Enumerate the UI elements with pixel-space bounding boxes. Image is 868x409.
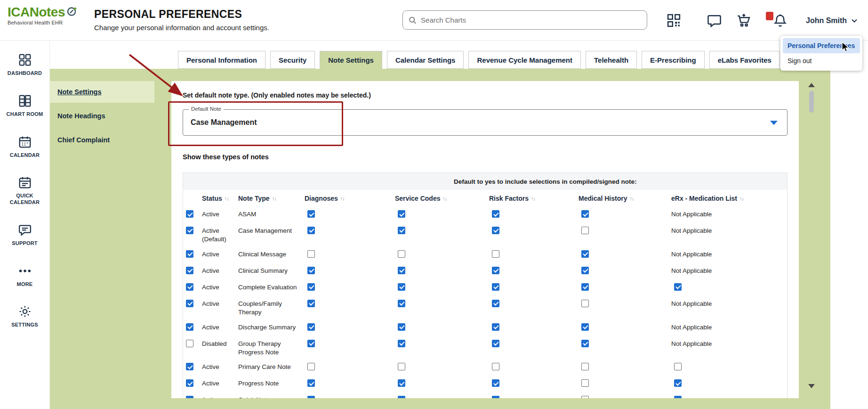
subnav-item-note-settings[interactable]: Note Settings xyxy=(50,81,154,103)
default-note-select[interactable]: Default Note Case Management xyxy=(183,109,788,136)
search-charts-box[interactable] xyxy=(402,10,647,30)
scroll-thumb[interactable] xyxy=(809,91,814,113)
column-header-diagnoses[interactable]: Diagnoses↑↓ xyxy=(305,195,395,202)
column-header-note-type[interactable]: Note Type↑↓ xyxy=(238,195,305,202)
column-header-risk-factors[interactable]: Risk Factors↑↓ xyxy=(489,195,579,202)
erx-checkbox[interactable] xyxy=(674,283,682,291)
status-checkbox[interactable] xyxy=(186,379,193,387)
medical-history-checkbox[interactable] xyxy=(581,363,589,370)
tab-calendar-settings[interactable]: Calendar Settings xyxy=(387,51,464,69)
risk-factors-checkbox[interactable] xyxy=(492,267,499,274)
risk-factors-checkbox[interactable] xyxy=(492,283,499,291)
diagnoses-checkbox[interactable] xyxy=(307,340,315,347)
service-codes-checkbox[interactable] xyxy=(398,396,405,398)
user-menu-button[interactable]: John Smith xyxy=(806,13,858,28)
sidebar-item-settings[interactable]: SETTINGS xyxy=(0,304,49,328)
diagnoses-checkbox[interactable] xyxy=(307,379,315,387)
subnav-item-chief-complaint[interactable]: Chief Complaint xyxy=(50,129,154,151)
risk-factors-checkbox[interactable] xyxy=(492,379,499,387)
risk-factors-checkbox[interactable] xyxy=(492,227,499,234)
diagnoses-checkbox[interactable] xyxy=(307,283,315,291)
status-checkbox[interactable] xyxy=(186,250,193,258)
sort-icon[interactable]: ↑↓ xyxy=(629,196,634,201)
service-codes-checkbox[interactable] xyxy=(398,267,405,274)
medical-history-checkbox[interactable] xyxy=(581,250,589,258)
status-checkbox[interactable] xyxy=(186,227,193,234)
column-header-erx-medication-list[interactable]: eRx - Medication List↑↓ xyxy=(671,195,787,202)
medical-history-checkbox[interactable] xyxy=(581,323,589,331)
medical-history-checkbox[interactable] xyxy=(581,300,589,307)
status-checkbox[interactable] xyxy=(186,340,193,347)
risk-factors-checkbox[interactable] xyxy=(492,300,499,307)
service-codes-checkbox[interactable] xyxy=(398,283,405,291)
erx-checkbox[interactable] xyxy=(674,396,682,398)
diagnoses-checkbox[interactable] xyxy=(307,227,315,234)
sort-icon[interactable]: ↑↓ xyxy=(225,196,229,201)
cart-icon-button[interactable] xyxy=(734,11,752,29)
tab-personal-information[interactable]: Personal Information xyxy=(178,51,265,69)
service-codes-checkbox[interactable] xyxy=(398,227,405,234)
status-checkbox[interactable] xyxy=(186,323,193,331)
sort-icon[interactable]: ↑↓ xyxy=(443,196,447,201)
medical-history-checkbox[interactable] xyxy=(581,340,589,347)
chat-icon-button[interactable] xyxy=(705,11,723,29)
status-checkbox[interactable] xyxy=(186,210,193,218)
service-codes-checkbox[interactable] xyxy=(398,300,405,307)
column-header-medical-history[interactable]: Medical History↑↓ xyxy=(579,195,671,202)
sidebar-item-dashboard[interactable]: DASHBOARD xyxy=(0,53,49,77)
tab-elabs-favorites[interactable]: eLabs Favorites xyxy=(709,51,780,69)
service-codes-checkbox[interactable] xyxy=(398,323,405,331)
menu-item-sign-out[interactable]: Sign out xyxy=(783,53,860,68)
diagnoses-checkbox[interactable] xyxy=(307,210,315,218)
diagnoses-checkbox[interactable] xyxy=(307,250,315,258)
sort-icon[interactable]: ↑↓ xyxy=(739,196,744,201)
diagnoses-checkbox[interactable] xyxy=(307,396,315,398)
column-header-service-codes[interactable]: Service Codes↑↓ xyxy=(395,195,489,202)
qr-code-icon-button[interactable] xyxy=(665,11,683,29)
status-checkbox[interactable] xyxy=(186,267,193,274)
scroll-down-icon[interactable] xyxy=(808,384,815,388)
sidebar-item-calendar[interactable]: CALENDAR xyxy=(0,135,49,159)
medical-history-checkbox[interactable] xyxy=(581,379,589,387)
subnav-item-note-headings[interactable]: Note Headings xyxy=(50,105,154,127)
notifications-button[interactable] xyxy=(771,11,789,29)
service-codes-checkbox[interactable] xyxy=(398,363,405,370)
sidebar-item-chart-room[interactable]: CHART ROOM xyxy=(0,94,49,118)
column-header-status[interactable]: Status↑↓ xyxy=(202,195,238,202)
risk-factors-checkbox[interactable] xyxy=(492,323,499,331)
medical-history-checkbox[interactable] xyxy=(581,267,589,274)
sidebar-item-support[interactable]: SUPPORT xyxy=(0,223,49,247)
tab-revenue-cycle-management[interactable]: Revenue Cycle Management xyxy=(468,51,581,69)
sort-icon[interactable]: ↑↓ xyxy=(272,196,276,201)
icanotes-logo[interactable]: ICANotes Behavioral Health EHR xyxy=(8,6,78,25)
status-checkbox[interactable] xyxy=(186,396,193,398)
diagnoses-checkbox[interactable] xyxy=(307,267,315,274)
risk-factors-checkbox[interactable] xyxy=(492,340,499,347)
tab-security[interactable]: Security xyxy=(270,51,315,69)
status-checkbox[interactable] xyxy=(186,300,193,307)
risk-factors-checkbox[interactable] xyxy=(492,250,499,258)
service-codes-checkbox[interactable] xyxy=(398,250,405,258)
menu-item-personal-preferences[interactable]: Personal Preferences xyxy=(783,38,860,53)
service-codes-checkbox[interactable] xyxy=(398,340,405,347)
tab-note-settings[interactable]: Note Settings xyxy=(320,51,382,69)
erx-checkbox[interactable] xyxy=(674,363,682,370)
status-checkbox[interactable] xyxy=(186,283,193,291)
medical-history-checkbox[interactable] xyxy=(581,396,589,398)
diagnoses-checkbox[interactable] xyxy=(307,363,315,370)
scroll-up-icon[interactable] xyxy=(808,83,815,87)
service-codes-checkbox[interactable] xyxy=(398,379,405,387)
medical-history-checkbox[interactable] xyxy=(581,210,589,218)
risk-factors-checkbox[interactable] xyxy=(492,210,499,218)
status-checkbox[interactable] xyxy=(186,363,193,370)
tab-telehealth[interactable]: Telehealth xyxy=(586,51,637,69)
erx-checkbox[interactable] xyxy=(674,379,682,387)
sidebar-item-quick-calendar[interactable]: QUICK CALENDAR xyxy=(0,175,49,206)
risk-factors-checkbox[interactable] xyxy=(492,396,499,398)
risk-factors-checkbox[interactable] xyxy=(492,363,499,370)
tab-e-prescribing[interactable]: E-Prescribing xyxy=(642,51,705,69)
sort-icon[interactable]: ↑↓ xyxy=(531,196,535,201)
sort-icon[interactable]: ↑↓ xyxy=(340,196,345,201)
sidebar-item-more[interactable]: MORE xyxy=(0,264,49,288)
service-codes-checkbox[interactable] xyxy=(398,210,405,218)
